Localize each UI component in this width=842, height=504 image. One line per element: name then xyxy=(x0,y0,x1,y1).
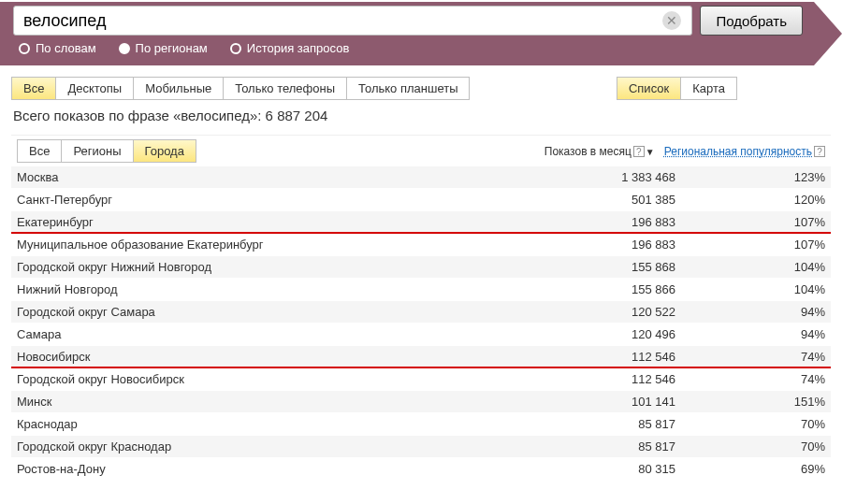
cell-impressions: 101 141 xyxy=(526,395,675,409)
table-row[interactable]: Городской округ Самара120 52294% xyxy=(11,301,831,324)
cell-popularity: 70% xyxy=(675,417,825,431)
search-input[interactable] xyxy=(13,6,692,36)
cell-impressions: 85 817 xyxy=(526,417,675,431)
cell-impressions: 120 496 xyxy=(526,327,675,341)
cell-region-name: Городской округ Краснодар xyxy=(17,439,526,454)
cell-impressions: 112 546 xyxy=(526,372,675,386)
cell-region-name: Самара xyxy=(17,327,526,341)
cell-popularity: 70% xyxy=(675,439,825,454)
table-row[interactable]: Нижний Новгород155 866104% xyxy=(11,279,831,301)
table-row[interactable]: Самара120 49694% xyxy=(11,324,831,346)
col-label: Показов в месяц xyxy=(544,145,632,158)
cell-popularity: 104% xyxy=(675,260,825,274)
tab-phones-only[interactable]: Только телефоны xyxy=(223,77,347,100)
summary-text: Всего показов по фразе «велосипед»: 6 88… xyxy=(13,108,831,123)
cell-popularity: 74% xyxy=(675,372,825,386)
tab-tablets-only[interactable]: Только планшеты xyxy=(346,77,470,100)
tab-scope-regions[interactable]: Регионы xyxy=(61,139,133,163)
radio-icon xyxy=(119,43,130,54)
view-tabs: Список Карта xyxy=(617,77,737,100)
table-row[interactable]: Городской округ Новосибирск112 54674% xyxy=(11,368,831,391)
cell-popularity: 74% xyxy=(675,350,825,364)
tab-scope-all[interactable]: Все xyxy=(17,139,62,163)
cell-region-name: Ростов-на-Дону xyxy=(17,462,526,476)
cell-popularity: 151% xyxy=(675,395,825,409)
cell-region-name: Санкт-Петербург xyxy=(17,193,526,207)
submit-button[interactable]: Подобрать xyxy=(700,6,803,36)
table-row[interactable]: Муниципальное образование Екатеринбург19… xyxy=(11,234,831,256)
cell-region-name: Новосибирск xyxy=(17,350,526,364)
cell-region-name: Москва xyxy=(17,170,526,184)
table-row[interactable]: Городской округ Краснодар85 81770% xyxy=(11,436,831,458)
cell-popularity: 107% xyxy=(675,238,825,252)
table-row[interactable]: Ростов-на-Дону80 31569% xyxy=(11,458,831,481)
device-tabs-row: Все Десктопы Мобильные Только телефоны Т… xyxy=(11,77,831,100)
table-row[interactable]: Екатеринбург196 883107% xyxy=(11,211,831,234)
cell-region-name: Минск xyxy=(17,395,526,409)
cell-impressions: 155 866 xyxy=(526,282,675,296)
data-table: Москва1 383 468123%Санкт-Петербург501 38… xyxy=(11,166,831,481)
mode-regions[interactable]: По регионам xyxy=(119,41,208,55)
sort-desc-icon: ▼ xyxy=(646,147,655,157)
cell-region-name: Городской округ Новосибирск xyxy=(17,372,526,386)
table-row[interactable]: Санкт-Петербург501 385120% xyxy=(11,189,831,211)
mode-label: По регионам xyxy=(136,41,208,55)
cell-impressions: 1 383 468 xyxy=(526,170,675,184)
tab-list-view[interactable]: Список xyxy=(617,77,681,100)
cell-impressions: 85 817 xyxy=(526,439,675,454)
table-row[interactable]: Городской округ Нижний Новгород155 86810… xyxy=(11,256,831,279)
cell-popularity: 120% xyxy=(675,193,825,207)
cell-popularity: 123% xyxy=(675,170,825,184)
table-row[interactable]: Москва1 383 468123% xyxy=(11,166,831,189)
radio-icon xyxy=(230,43,241,54)
cell-impressions: 196 883 xyxy=(526,215,675,229)
cell-region-name: Нижний Новгород xyxy=(17,282,526,296)
cell-region-name: Городской округ Нижний Новгород xyxy=(17,260,526,274)
cell-impressions: 80 315 xyxy=(526,462,675,476)
search-strip: ✕ Подобрать По словам По регионам Истори… xyxy=(11,2,831,65)
mode-radio-group: По словам По регионам История запросов xyxy=(11,36,831,55)
device-tabs: Все Десктопы Мобильные Только телефоны Т… xyxy=(11,77,470,100)
table-row[interactable]: Краснодар85 81770% xyxy=(11,413,831,436)
mode-label: По словам xyxy=(36,41,96,55)
col-impressions[interactable]: Показов в месяц?▼ xyxy=(544,145,655,158)
clear-icon[interactable]: ✕ xyxy=(662,11,681,30)
table-header: Все Регионы Города Показов в месяц?▼ Рег… xyxy=(11,135,831,166)
cell-popularity: 104% xyxy=(675,282,825,296)
tab-mobile[interactable]: Мобильные xyxy=(133,77,224,100)
radio-icon xyxy=(19,43,30,54)
tab-all-devices[interactable]: Все xyxy=(11,77,56,100)
cell-impressions: 120 522 xyxy=(526,305,675,319)
cell-region-name: Екатеринбург xyxy=(17,215,526,229)
cell-region-name: Краснодар xyxy=(17,417,526,431)
tab-desktops[interactable]: Десктопы xyxy=(55,77,134,100)
table-row[interactable]: Новосибирск112 54674% xyxy=(11,346,831,368)
scope-tabs: Все Регионы Города xyxy=(17,139,196,163)
cell-impressions: 196 883 xyxy=(526,238,675,252)
mode-words[interactable]: По словам xyxy=(19,41,96,55)
cell-impressions: 112 546 xyxy=(526,350,675,364)
tab-scope-cities[interactable]: Города xyxy=(133,139,196,163)
cell-popularity: 107% xyxy=(675,215,825,229)
cell-impressions: 501 385 xyxy=(526,193,675,207)
col-popularity[interactable]: Региональная популярность? xyxy=(664,145,825,158)
cell-popularity: 94% xyxy=(675,305,825,319)
cell-popularity: 69% xyxy=(675,462,825,476)
cell-impressions: 155 868 xyxy=(526,260,675,274)
help-icon[interactable]: ? xyxy=(814,146,825,157)
col-label: Региональная популярность xyxy=(664,145,812,158)
mode-history[interactable]: История запросов xyxy=(230,41,350,55)
mode-label: История запросов xyxy=(247,41,350,55)
cell-region-name: Муниципальное образование Екатеринбург xyxy=(17,238,526,252)
table-row[interactable]: Минск101 141151% xyxy=(11,391,831,413)
help-icon[interactable]: ? xyxy=(633,146,645,157)
cell-popularity: 94% xyxy=(675,327,825,341)
cell-region-name: Городской округ Самара xyxy=(17,305,526,319)
tab-map-view[interactable]: Карта xyxy=(680,77,737,100)
